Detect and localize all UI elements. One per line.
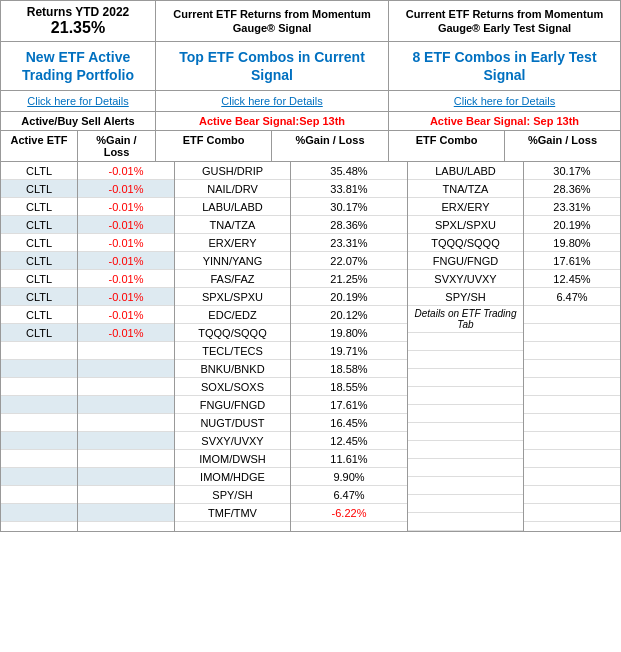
left-gain-cell: -0.01% <box>78 198 174 216</box>
right-link-cell[interactable]: Click here for Details <box>389 91 620 111</box>
header-etf-combo-right: ETF Combo <box>389 131 505 161</box>
returns-value: 21.35% <box>51 19 105 37</box>
right-gain-cell: 6.47% <box>524 288 620 306</box>
header-gain-loss-right: %Gain / Loss <box>505 131 620 161</box>
right-combo-cell <box>408 351 523 369</box>
mid-combo-cell: FNGU/FNGD <box>175 396 290 414</box>
mid-signal-cell: Active Bear Signal:Sep 13th <box>156 112 389 130</box>
mid-title: Top ETF Combos in Current Signal <box>160 48 384 84</box>
right-combo-cell <box>408 387 523 405</box>
mid-gain-cell: -6.22% <box>291 504 407 522</box>
mid-header-cell: Current ETF Returns from Momentum Gauge®… <box>156 1 389 41</box>
mid-combo-cell: SPY/SH <box>175 486 290 504</box>
right-gain-cell: 23.31% <box>524 198 620 216</box>
right-gain-cell <box>524 504 620 522</box>
left-gain-cell: -0.01% <box>78 162 174 180</box>
right-combo-cell <box>408 495 523 513</box>
left-etf-cell <box>1 468 77 486</box>
left-gain-cell <box>78 468 174 486</box>
right-combo-cell: ERX/ERY <box>408 198 523 216</box>
mid-header-title: Current ETF Returns from Momentum Gauge®… <box>162 7 382 36</box>
right-combo-cell: LABU/LABD <box>408 162 523 180</box>
mid-gain-cell: 33.81% <box>291 180 407 198</box>
mid-combo-cell: ERX/ERY <box>175 234 290 252</box>
left-gain-cell <box>78 360 174 378</box>
right-gain-cell <box>524 378 620 396</box>
mid-gain-cell: 18.58% <box>291 360 407 378</box>
mid-gain-cell: 35.48% <box>291 162 407 180</box>
left-gain-cell <box>78 486 174 504</box>
mid-combo-cell: SPXL/SPXU <box>175 288 290 306</box>
left-gain-cell: -0.01% <box>78 270 174 288</box>
left-etf-cell <box>1 414 77 432</box>
mid-combo-cell: TMF/TMV <box>175 504 290 522</box>
left-link-cell[interactable]: Click here for Details <box>1 91 156 111</box>
right-combo-col: LABU/LABDTNA/TZAERX/ERYSPXL/SPXUTQQQ/SQQ… <box>408 162 524 531</box>
title-row: New ETF Active Trading Portfolio Top ETF… <box>1 42 620 91</box>
signal-row: Active/Buy Sell Alerts Active Bear Signa… <box>1 112 620 131</box>
right-combo-cell: SVXY/UVXY <box>408 270 523 288</box>
left-etf-cell: CLTL <box>1 252 77 270</box>
returns-label: Returns YTD 2022 <box>27 5 130 19</box>
left-gain-cell <box>78 396 174 414</box>
right-link[interactable]: Click here for Details <box>454 95 555 107</box>
mid-gain-cell: 23.31% <box>291 234 407 252</box>
right-combo-cell <box>408 459 523 477</box>
right-gain-cell <box>524 432 620 450</box>
right-combo-cell <box>408 513 523 531</box>
right-signal-cell: Active Bear Signal: Sep 13th <box>389 112 620 130</box>
mid-title-cell: Top ETF Combos in Current Signal <box>156 42 389 90</box>
mid-gain-cell: 9.90% <box>291 468 407 486</box>
mid-gain-cell: 20.19% <box>291 288 407 306</box>
right-combo-cell: FNGU/FNGD <box>408 252 523 270</box>
left-etf-cell <box>1 342 77 360</box>
mid-link[interactable]: Click here for Details <box>221 95 322 107</box>
mid-combo-cell: TQQQ/SQQQ <box>175 324 290 342</box>
right-gain-cell <box>524 360 620 378</box>
left-gain-cell: -0.01% <box>78 306 174 324</box>
mid-signal: Active Bear Signal:Sep 13th <box>199 115 345 127</box>
header-gain-loss-left: %Gain / Loss <box>78 131 156 161</box>
left-link[interactable]: Click here for Details <box>27 95 128 107</box>
right-gain-col: 30.17%28.36%23.31%20.19%19.80%17.61%12.4… <box>524 162 620 531</box>
mid-gain-col: 35.48%33.81%30.17%28.36%23.31%22.07%21.2… <box>291 162 408 531</box>
right-title: 8 ETF Combos in Early Test Signal <box>393 48 616 84</box>
right-gain-cell: 30.17% <box>524 162 620 180</box>
right-gain-cell <box>524 396 620 414</box>
mid-combo-cell: SVXY/UVXY <box>175 432 290 450</box>
right-combo-cell <box>408 423 523 441</box>
header-active-etf: Active ETF <box>1 131 78 161</box>
right-combo-cell: TQQQ/SQQQ <box>408 234 523 252</box>
right-combo-cell: SPXL/SPXU <box>408 216 523 234</box>
right-gain-cell: 19.80% <box>524 234 620 252</box>
mid-combo-cell: IMOM/DWSH <box>175 450 290 468</box>
mid-gain-cell: 17.61% <box>291 396 407 414</box>
right-combo-cell <box>408 369 523 387</box>
right-combo-cell: TNA/TZA <box>408 180 523 198</box>
right-header-cell: Current ETF Returns from Momentum Gauge®… <box>389 1 620 41</box>
left-etf-cell <box>1 504 77 522</box>
left-gain-cell: -0.01% <box>78 252 174 270</box>
mid-combo-cell: TNA/TZA <box>175 216 290 234</box>
mid-link-cell[interactable]: Click here for Details <box>156 91 389 111</box>
right-gain-cell: 28.36% <box>524 180 620 198</box>
left-gain-cell: -0.01% <box>78 324 174 342</box>
left-etf-cell: CLTL <box>1 234 77 252</box>
left-etf-cell: CLTL <box>1 180 77 198</box>
header-row: Returns YTD 2022 21.35% Current ETF Retu… <box>1 1 620 42</box>
link-row: Click here for Details Click here for De… <box>1 91 620 112</box>
left-gain-cell <box>78 504 174 522</box>
right-combo-cell <box>408 405 523 423</box>
mid-combo-cell: GUSH/DRIP <box>175 162 290 180</box>
left-etf-cell: CLTL <box>1 162 77 180</box>
left-gain-cell <box>78 450 174 468</box>
left-gain-cell: -0.01% <box>78 216 174 234</box>
right-gain-cell <box>524 468 620 486</box>
mid-combo-cell: IMOM/HDGE <box>175 468 290 486</box>
right-gain-cell <box>524 450 620 468</box>
left-etf-cell: CLTL <box>1 324 77 342</box>
right-combo-cell: Details on ETF Trading Tab <box>408 306 523 333</box>
left-etf-cell <box>1 486 77 504</box>
left-gain-col: -0.01%-0.01%-0.01%-0.01%-0.01%-0.01%-0.0… <box>78 162 175 531</box>
mid-gain-cell: 19.71% <box>291 342 407 360</box>
